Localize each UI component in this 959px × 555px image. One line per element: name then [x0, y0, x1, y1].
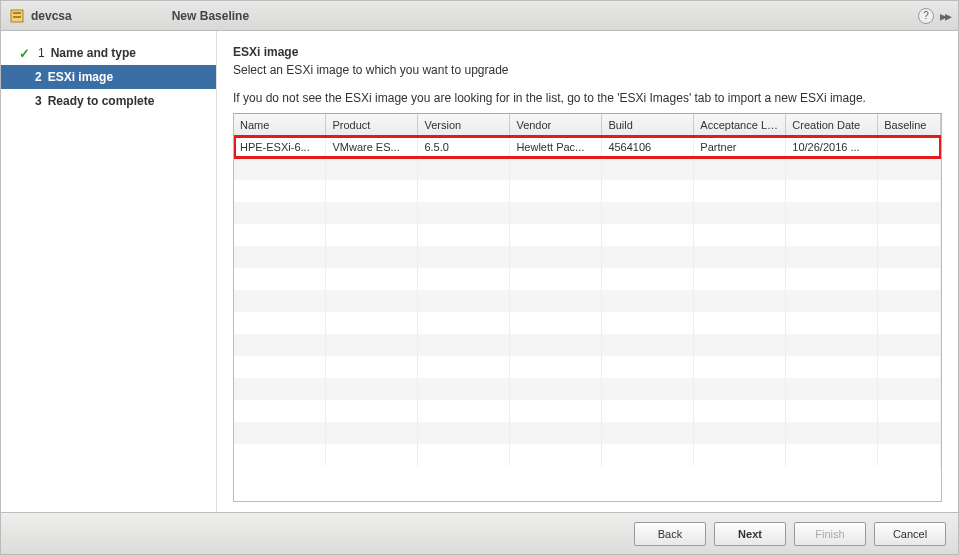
step-number: 3: [35, 94, 42, 108]
checkmark-icon: ✓: [19, 46, 30, 61]
svg-rect-2: [13, 16, 21, 18]
col-header-build[interactable]: Build: [602, 114, 694, 136]
title-dialog: New Baseline: [172, 9, 249, 23]
cell-baseline: [878, 136, 941, 158]
table-row-empty: [234, 400, 941, 422]
cell-vendor: Hewlett Pac...: [510, 136, 602, 158]
col-header-vendor[interactable]: Vendor: [510, 114, 602, 136]
help-icon[interactable]: ?: [918, 8, 934, 24]
table-row-empty: [234, 312, 941, 334]
table-row-empty: [234, 224, 941, 246]
titlebar: devcsa New Baseline ? ▸▸: [1, 1, 958, 31]
wizard-main-panel: ESXi image Select an ESXi image to which…: [217, 31, 958, 512]
table-header-row: Name Product Version Vendor Build Accept…: [234, 114, 941, 136]
table-row-empty: [234, 334, 941, 356]
next-button[interactable]: Next: [714, 522, 786, 546]
table-row-empty: [234, 378, 941, 400]
table-row-empty: [234, 180, 941, 202]
back-button[interactable]: Back: [634, 522, 706, 546]
step-number: 2: [35, 70, 42, 84]
col-header-creation-date[interactable]: Creation Date: [786, 114, 878, 136]
wizard-steps-sidebar: ✓ 1 Name and type 2 ESXi image 3 Ready t…: [1, 31, 217, 512]
info-text: If you do not see the ESXi image you are…: [233, 91, 942, 105]
page-heading: ESXi image: [233, 45, 942, 59]
expand-icon[interactable]: ▸▸: [940, 8, 950, 24]
host-icon: [9, 8, 25, 24]
table-row-empty: [234, 158, 941, 180]
table-row[interactable]: HPE-ESXi-6... VMware ES... 6.5.0 Hewlett…: [234, 136, 941, 158]
wizard-footer: Back Next Finish Cancel: [1, 512, 958, 554]
finish-button: Finish: [794, 522, 866, 546]
svg-rect-1: [13, 12, 21, 14]
step-label: Ready to complete: [48, 94, 155, 108]
col-header-product[interactable]: Product: [326, 114, 418, 136]
step-name-and-type[interactable]: ✓ 1 Name and type: [1, 41, 216, 65]
cell-name: HPE-ESXi-6...: [234, 136, 326, 158]
table-row-empty: [234, 290, 941, 312]
wizard-dialog: devcsa New Baseline ? ▸▸ ✓ 1 Name and ty…: [0, 0, 959, 555]
col-header-baseline[interactable]: Baseline: [878, 114, 941, 136]
col-header-version[interactable]: Version: [418, 114, 510, 136]
step-label: Name and type: [51, 46, 136, 60]
dialog-body: ✓ 1 Name and type 2 ESXi image 3 Ready t…: [1, 31, 958, 512]
table-row-empty: [234, 268, 941, 290]
step-esxi-image[interactable]: 2 ESXi image: [1, 65, 216, 89]
cell-acceptance: Partner: [694, 136, 786, 158]
title-host: devcsa: [31, 9, 72, 23]
col-header-name[interactable]: Name: [234, 114, 326, 136]
table-row-empty: [234, 356, 941, 378]
table-row-empty: [234, 422, 941, 444]
esxi-image-table: Name Product Version Vendor Build Accept…: [233, 113, 942, 502]
table-row-empty: [234, 246, 941, 268]
step-label: ESXi image: [48, 70, 113, 84]
table-row-empty: [234, 444, 941, 466]
step-ready-to-complete: 3 Ready to complete: [1, 89, 216, 113]
cell-product: VMware ES...: [326, 136, 418, 158]
cancel-button[interactable]: Cancel: [874, 522, 946, 546]
cell-version: 6.5.0: [418, 136, 510, 158]
step-number: 1: [38, 46, 45, 60]
col-header-acceptance[interactable]: Acceptance Le...: [694, 114, 786, 136]
cell-creation-date: 10/26/2016 ...: [786, 136, 878, 158]
page-subtext: Select an ESXi image to which you want t…: [233, 63, 942, 77]
table-row-empty: [234, 202, 941, 224]
cell-build: 4564106: [602, 136, 694, 158]
